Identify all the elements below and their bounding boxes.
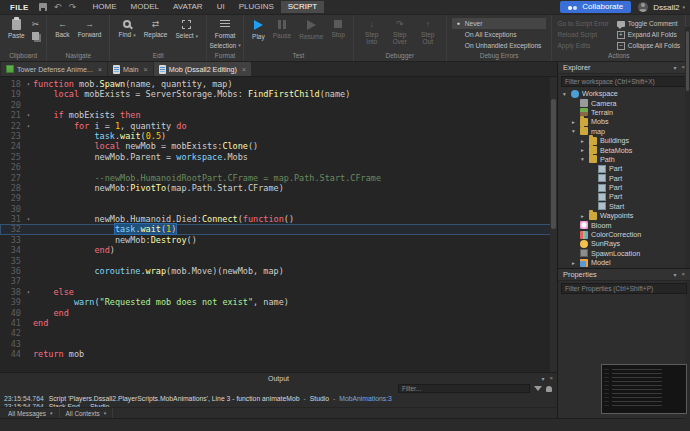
line-number[interactable]: 32 <box>0 224 24 234</box>
expand-arrow-icon[interactable]: ▾ <box>561 91 568 97</box>
menu-tab-file[interactable]: FILE <box>5 3 34 12</box>
line-number[interactable]: 28 <box>0 183 24 193</box>
line-number[interactable]: 37 <box>0 276 24 286</box>
step-out-button[interactable]: ↑ Step Out <box>415 17 441 48</box>
tree-item-betamobs[interactable]: ▸BetaMobs <box>558 145 690 154</box>
document-tab[interactable]: Tower Defense Anime...× <box>1 62 107 76</box>
code-line[interactable]: 29 <box>0 193 557 203</box>
debug-errors-option[interactable]: On Unhandled Exceptions <box>452 40 547 51</box>
debug-errors-option[interactable]: On All Exceptions <box>452 29 547 40</box>
menu-tab-script[interactable]: SCRIPT <box>281 1 324 13</box>
expand-arrow-icon[interactable]: ▸ <box>579 138 586 144</box>
code-line[interactable]: 39 warn("Requested mob does not exist", … <box>0 297 557 307</box>
code-line[interactable]: 23 task.wait(0.5) <box>0 131 557 141</box>
close-icon[interactable]: × <box>681 271 685 278</box>
tree-item-colorcorrection[interactable]: ColorCorrection <box>558 230 690 239</box>
code-line[interactable]: 33 newMob:Destroy() <box>0 235 557 245</box>
line-number[interactable]: 41 <box>0 318 24 328</box>
output-message[interactable]: 23:15:54.764Script 'Players.Dssall2.Play… <box>4 395 553 403</box>
replace-button[interactable]: ⇄ Replace <box>141 17 171 40</box>
format-selection-button[interactable]: Format Selection <box>212 17 238 51</box>
line-number[interactable]: 23 <box>0 131 24 141</box>
close-icon[interactable]: × <box>144 66 148 73</box>
step-into-button[interactable]: ↓ Step Into <box>359 17 385 48</box>
line-number[interactable]: 34 <box>0 245 24 255</box>
code-line[interactable]: 34 end) <box>0 245 557 255</box>
code-line[interactable]: 44return mob <box>0 349 557 359</box>
fold-arrow-icon[interactable]: ▾ <box>24 287 33 297</box>
output-dropdown[interactable]: All Contexts▾ <box>60 408 114 418</box>
expand-arrow-icon[interactable]: ▸ <box>570 119 577 125</box>
line-number[interactable]: 21 <box>0 110 24 120</box>
output-filter-input[interactable]: Filter... <box>398 384 530 393</box>
line-number[interactable]: 39 <box>0 297 24 307</box>
tree-item-part[interactable]: Part <box>558 183 690 192</box>
cut-button[interactable]: ✂ <box>30 19 42 29</box>
close-icon[interactable]: × <box>242 66 246 73</box>
code-line[interactable]: 19 local mobExists = ServerStorage.Mobs:… <box>0 89 557 99</box>
forward-button[interactable]: → Forward <box>75 17 105 40</box>
line-number[interactable]: 44 <box>0 349 24 359</box>
scrollbar-handle[interactable] <box>686 31 689 91</box>
code-line[interactable]: 28 newMob:PivotTo(map.Path.Start.CFrame) <box>0 183 557 193</box>
code-line[interactable]: 42 <box>0 328 557 338</box>
chevron-down-icon[interactable]: ▾ <box>541 375 544 382</box>
explorer-filter-input[interactable]: Filter workspace (Ctrl+Shift+X) <box>561 76 687 87</box>
collaborate-button[interactable]: Collaborate <box>560 1 631 13</box>
code-line[interactable]: 24 local newMob = mobExists:Clone() <box>0 141 557 151</box>
code-line[interactable]: 32 task.wait(1) <box>0 224 557 234</box>
tree-item-start[interactable]: Start <box>558 202 690 211</box>
select-button[interactable]: Select <box>173 17 202 42</box>
filter-funnel-icon[interactable] <box>534 386 542 391</box>
line-number[interactable]: 40 <box>0 308 24 318</box>
code-line[interactable]: 38▾ else <box>0 287 557 297</box>
line-number[interactable]: 43 <box>0 339 24 349</box>
tree-item-mobs[interactable]: ▸Mobs <box>558 117 690 126</box>
tree-item-model[interactable]: ▸Model <box>558 258 690 267</box>
paste-button[interactable]: Paste <box>5 17 28 41</box>
back-button[interactable]: ← Back <box>52 17 72 40</box>
line-number[interactable]: 29 <box>0 193 24 203</box>
copy-button[interactable] <box>30 32 42 40</box>
code-line[interactable]: 21▾ if mobExists then <box>0 110 557 120</box>
line-number[interactable]: 35 <box>0 256 24 266</box>
code-line[interactable]: 40 end <box>0 308 557 318</box>
fold-arrow-icon[interactable]: ▾ <box>24 79 33 89</box>
action-button[interactable]: Apply Edits <box>557 40 608 51</box>
chevron-down-icon[interactable]: ▾ <box>673 271 676 278</box>
tree-item-path[interactable]: ▾Path <box>558 155 690 164</box>
debug-errors-option[interactable]: ●Never <box>452 18 547 29</box>
code-editor[interactable]: 18▾function mob.Spawn(name, quantity, ma… <box>0 77 557 372</box>
line-number[interactable]: 22 <box>0 121 24 131</box>
code-line[interactable]: 20 <box>0 100 557 110</box>
line-number[interactable]: 27 <box>0 173 24 183</box>
chevron-down-icon[interactable]: ▾ <box>682 4 685 10</box>
action-button[interactable]: Expand All Folds <box>617 29 680 40</box>
tree-item-part[interactable]: Part <box>558 192 690 201</box>
tree-item-part[interactable]: Part <box>558 174 690 183</box>
properties-filter-input[interactable]: Filter Properties (Ctrl+Shift+P) <box>561 283 687 294</box>
script-preview-thumbnail[interactable] <box>601 364 687 414</box>
menu-tab-ui[interactable]: UI <box>210 1 232 13</box>
line-number[interactable]: 36 <box>0 266 24 276</box>
chevron-down-icon[interactable]: ▾ <box>673 64 676 71</box>
menu-tab-model[interactable]: MODEL <box>124 1 166 13</box>
expand-arrow-icon[interactable]: ▸ <box>570 260 577 266</box>
fold-arrow-icon[interactable]: ▾ <box>24 110 33 120</box>
line-number[interactable]: 31 <box>0 214 24 224</box>
find-button[interactable]: Find <box>115 17 138 41</box>
expand-arrow-icon[interactable]: ▾ <box>579 156 586 162</box>
code-line[interactable]: 26 <box>0 162 557 172</box>
output-script-link[interactable]: MobAnimations:3 <box>339 395 392 402</box>
code-line[interactable]: 31▾ newMob.Humanoid.Died:Connect(functio… <box>0 214 557 224</box>
tree-item-camera[interactable]: Camera <box>558 98 690 107</box>
expand-arrow-icon[interactable]: ▾ <box>570 128 577 134</box>
code-line[interactable]: 30 <box>0 204 557 214</box>
line-number[interactable]: 20 <box>0 100 24 110</box>
line-number[interactable]: 42 <box>0 328 24 338</box>
expand-arrow-icon[interactable]: ▸ <box>579 147 586 153</box>
action-button[interactable]: Collapse All Folds <box>617 40 680 51</box>
document-tab[interactable]: Main× <box>108 62 153 76</box>
undo-icon[interactable]: ↶ <box>52 2 64 13</box>
save-icon[interactable] <box>37 2 49 13</box>
